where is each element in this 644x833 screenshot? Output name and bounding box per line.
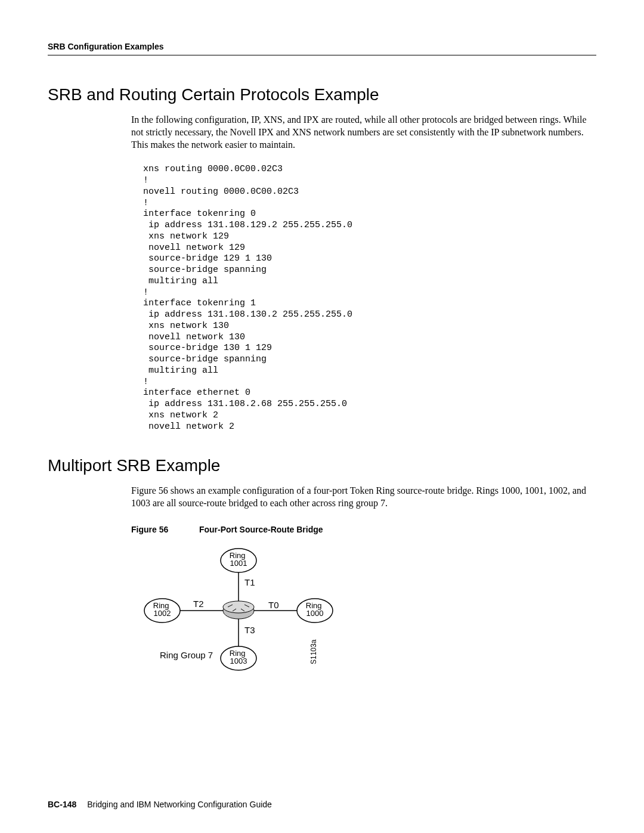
section1-title: SRB and Routing Certain Protocols Exampl…	[48, 85, 596, 104]
ring-1002-label: Ring 1002	[153, 601, 171, 618]
section1-config-block: xns routing 0000.0C00.02C3 ! novell rout…	[143, 164, 596, 432]
section1-paragraph: In the following configuration, IP, XNS,…	[131, 114, 590, 151]
figure-art-id: S1103a	[309, 639, 318, 664]
four-port-bridge-svg: Ring 1001 Ring 1000 Ring 1003 Ring 1002 …	[131, 545, 346, 676]
svg-point-5	[223, 601, 254, 613]
router-icon	[223, 601, 254, 619]
book-title: Bridging and IBM Networking Configuratio…	[87, 800, 272, 809]
ring-1001-label: Ring 1001	[230, 551, 247, 568]
port-t3-label: T3	[244, 625, 255, 635]
section2-paragraph: Figure 56 shows an example configuration…	[131, 485, 590, 510]
section2-title: Multiport SRB Example	[48, 456, 596, 475]
port-t0-label: T0	[268, 600, 279, 610]
running-header: SRB Configuration Examples	[48, 42, 596, 55]
figure-label: Figure 56	[131, 525, 197, 534]
figure-title: Four-Port Source-Route Bridge	[199, 525, 323, 534]
page: SRB Configuration Examples SRB and Routi…	[0, 0, 644, 833]
figure56-caption: Figure 56 Four-Port Source-Route Bridge	[131, 525, 596, 534]
page-number: BC-148	[48, 800, 76, 809]
figure56-diagram: Ring 1001 Ring 1000 Ring 1003 Ring 1002 …	[131, 545, 596, 679]
ring-1003-label: Ring 1003	[230, 649, 247, 665]
port-t2-label: T2	[193, 599, 204, 609]
ring-1000-label: Ring 1000	[306, 601, 324, 618]
page-footer: BC-148 Bridging and IBM Networking Confi…	[48, 800, 272, 809]
ring-group-label: Ring Group 7	[160, 650, 213, 660]
port-t1-label: T1	[244, 577, 255, 587]
